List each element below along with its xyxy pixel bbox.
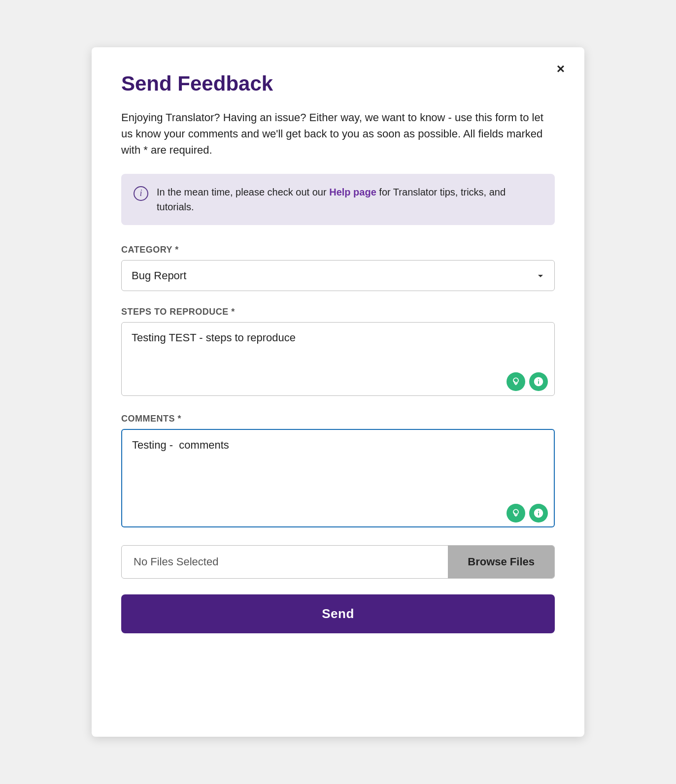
svg-rect-3	[515, 516, 516, 517]
comments-textarea-wrapper: Testing - comments	[121, 429, 555, 529]
feedback-modal: × Send Feedback Enjoying Translator? Hav…	[92, 47, 584, 737]
comments-group: Comments * Testing - comments	[121, 414, 555, 529]
comments-lightbulb-icon[interactable]	[507, 504, 525, 523]
steps-textarea[interactable]: Testing TEST - steps to reproduce	[121, 322, 555, 396]
steps-textarea-icons	[507, 372, 548, 391]
steps-label: Steps to Reproduce *	[121, 307, 555, 317]
info-banner-text: In the mean time, please check out our H…	[157, 185, 543, 214]
steps-group: Steps to Reproduce * Testing TEST - step…	[121, 307, 555, 398]
comments-textarea-icons	[507, 504, 548, 523]
steps-grammarly-icon[interactable]	[529, 372, 548, 391]
modal-title: Send Feedback	[121, 72, 555, 96]
info-icon: i	[133, 186, 149, 201]
comments-textarea[interactable]: Testing - comments	[121, 429, 555, 527]
steps-lightbulb-icon[interactable]	[507, 372, 525, 391]
category-select[interactable]: Bug Report Feature Request General Feedb…	[121, 260, 555, 291]
steps-textarea-wrapper: Testing TEST - steps to reproduce	[121, 322, 555, 398]
file-upload-text: No Files Selected	[122, 546, 448, 578]
svg-rect-2	[515, 384, 516, 385]
browse-files-button[interactable]: Browse Files	[448, 546, 554, 578]
comments-label: Comments *	[121, 414, 555, 424]
category-label: Category *	[121, 245, 555, 255]
comments-grammarly-icon[interactable]	[529, 504, 548, 523]
modal-description: Enjoying Translator? Having an issue? Ei…	[121, 109, 555, 158]
file-upload-row: No Files Selected Browse Files	[121, 545, 555, 579]
category-group: Category * Bug Report Feature Request Ge…	[121, 245, 555, 291]
send-button[interactable]: Send	[121, 594, 555, 633]
svg-text:i: i	[139, 188, 142, 198]
help-page-link[interactable]: Help page	[329, 187, 376, 197]
close-button[interactable]: ×	[557, 62, 565, 76]
info-banner: i In the mean time, please check out our…	[121, 174, 555, 225]
